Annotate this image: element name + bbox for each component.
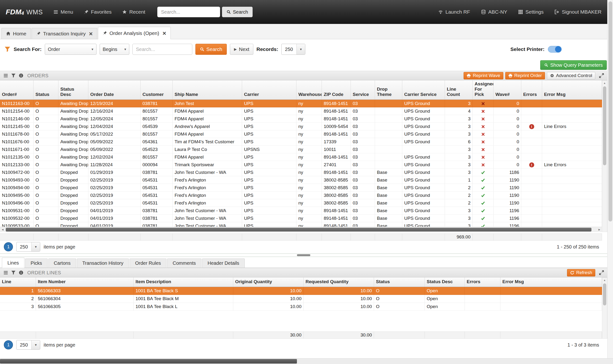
- cell[interactable]: [542, 222, 602, 227]
- orders-row[interactable]: N1011671-00OAwaiting Drop05/09/202205452…: [0, 146, 602, 153]
- settings-button[interactable]: Settings: [518, 9, 543, 15]
- cell[interactable]: Fred's Arlington: [173, 199, 242, 207]
- cell[interactable]: 05/09/2022: [88, 146, 140, 153]
- orders-row[interactable]: N1011676-00OAwaiting Drop05/09/202205436…: [0, 138, 602, 146]
- cell[interactable]: 89148-1451: [322, 215, 351, 222]
- cell[interactable]: 12/04/2024: [88, 123, 140, 130]
- orders-column-header[interactable]: Customer: [140, 80, 173, 100]
- cell[interactable]: 03: [351, 123, 375, 130]
- search-button[interactable]: Search: [195, 44, 227, 55]
- cell[interactable]: 11/28/2024: [88, 161, 140, 169]
- cell[interactable]: [473, 184, 493, 192]
- cell[interactable]: [473, 100, 493, 107]
- cell[interactable]: 03: [351, 176, 375, 184]
- cell[interactable]: UPS: [242, 161, 296, 169]
- cell[interactable]: [521, 222, 542, 227]
- cell[interactable]: 10.00: [233, 287, 304, 295]
- cell[interactable]: UPS Ground: [402, 192, 445, 199]
- cell[interactable]: [0, 234, 33, 241]
- cell[interactable]: UPS: [242, 207, 296, 215]
- lines-page-size-select[interactable]: 250 ▾: [16, 340, 40, 350]
- cell[interactable]: Dropped: [58, 192, 88, 199]
- cell[interactable]: [134, 331, 233, 339]
- detail-tab-order-rules[interactable]: Order Rules: [129, 259, 167, 268]
- cell[interactable]: 30.00: [233, 331, 304, 339]
- cell[interactable]: Awaiting Drop: [58, 107, 88, 115]
- cell[interactable]: Awaiting Drop: [58, 100, 88, 107]
- cell[interactable]: [351, 234, 375, 241]
- orders-row[interactable]: N1012135-00OAwaiting Drop12/02/202480155…: [0, 153, 602, 161]
- cell[interactable]: [375, 234, 402, 241]
- orders-column-header[interactable]: Wave#: [493, 80, 521, 100]
- orders-horizontal-scrollbar[interactable]: ◄ ►: [0, 227, 602, 232]
- cell[interactable]: John Test: [173, 100, 242, 107]
- cell[interactable]: 03: [351, 207, 375, 215]
- cell[interactable]: 1: [0, 287, 36, 295]
- cell[interactable]: 054531: [140, 184, 173, 192]
- cell[interactable]: FDM4 Apparel: [173, 107, 242, 115]
- cell[interactable]: [140, 234, 173, 241]
- close-tab-icon[interactable]: ×: [163, 30, 166, 36]
- cell[interactable]: O: [374, 295, 425, 303]
- cell[interactable]: O: [33, 130, 58, 138]
- cell[interactable]: FDM4 Apparel: [173, 130, 242, 138]
- cell[interactable]: 03: [351, 169, 375, 176]
- cell[interactable]: 054539: [140, 123, 173, 130]
- scroll-left-icon[interactable]: ◄: [0, 227, 5, 232]
- app-logo[interactable]: FDM4 WMS: [6, 8, 43, 16]
- cell[interactable]: N1009493-00: [0, 176, 33, 184]
- cell[interactable]: [33, 234, 58, 241]
- global-search-input[interactable]: [157, 7, 220, 17]
- cell[interactable]: 38002-8585: [322, 192, 351, 199]
- cell[interactable]: Base: [375, 199, 402, 207]
- cell[interactable]: 3: [445, 222, 473, 227]
- cell[interactable]: [322, 234, 351, 241]
- cell[interactable]: Dropped: [58, 176, 88, 184]
- cell[interactable]: 1: [445, 176, 473, 184]
- cell[interactable]: Dropped: [58, 184, 88, 192]
- cell[interactable]: 02/25/2019: [88, 184, 140, 192]
- cell[interactable]: Open: [425, 295, 465, 303]
- cell[interactable]: 10.00: [233, 295, 304, 303]
- menu-button[interactable]: Menu: [53, 9, 73, 15]
- orders-row[interactable]: N1009496-00ODropped02/25/2019054531Fred'…: [0, 199, 602, 207]
- favorites-button[interactable]: Favorites: [84, 9, 111, 15]
- cell[interactable]: O: [33, 146, 58, 153]
- cell[interactable]: 801557: [140, 153, 173, 161]
- detail-tab-cartons[interactable]: Cartons: [48, 259, 76, 268]
- search-field-select[interactable]: Order ▾: [45, 44, 97, 55]
- cell[interactable]: [465, 303, 501, 311]
- cell[interactable]: 038781: [140, 100, 173, 107]
- cell[interactable]: 3: [445, 115, 473, 123]
- global-search-button[interactable]: Search: [222, 7, 253, 17]
- cell[interactable]: 03: [351, 222, 375, 227]
- cell[interactable]: [36, 331, 134, 339]
- cell[interactable]: O: [33, 222, 58, 227]
- cell[interactable]: [542, 146, 602, 153]
- orders-column-header[interactable]: Error Msg: [542, 80, 602, 100]
- cell[interactable]: Awaiting Drop: [58, 115, 88, 123]
- cell[interactable]: 3: [445, 130, 473, 138]
- cell[interactable]: [465, 287, 501, 295]
- scroll-right-icon[interactable]: ►: [597, 227, 602, 232]
- cell[interactable]: 1196: [493, 207, 521, 215]
- cell[interactable]: Dropped: [58, 222, 88, 227]
- cell[interactable]: ny: [296, 207, 322, 215]
- cell[interactable]: [375, 138, 402, 146]
- cell[interactable]: 89148-1451: [322, 107, 351, 115]
- cell[interactable]: [542, 153, 602, 161]
- cell[interactable]: 38002-8585: [322, 176, 351, 184]
- orders-row[interactable]: N1009494-00ODropped02/25/2019054531Fred'…: [0, 184, 602, 192]
- cell[interactable]: ny: [296, 192, 322, 199]
- orders-column-header[interactable]: Errors: [521, 80, 542, 100]
- cell[interactable]: [521, 169, 542, 176]
- cell[interactable]: Fred's Arlington: [173, 184, 242, 192]
- cell[interactable]: UPS Ground: [402, 100, 445, 107]
- hamburger-icon[interactable]: [3, 73, 8, 78]
- cell[interactable]: 03: [351, 161, 375, 169]
- detail-tab-header-details[interactable]: Header Details: [202, 259, 245, 268]
- cell[interactable]: [473, 234, 493, 241]
- orders-column-header[interactable]: Ship Name: [173, 80, 242, 100]
- cell[interactable]: [501, 331, 602, 339]
- cell[interactable]: 03: [351, 146, 375, 153]
